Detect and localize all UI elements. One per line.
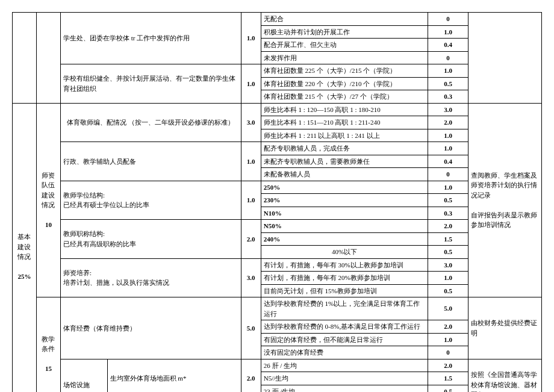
row: 学生处、团委在学校体 tr 工作中发挥的作用 1.0 无配合 0 [13,13,542,26]
score: 3.0 [428,258,468,272]
crit: 230% [261,194,428,207]
score: 1.0 [428,64,468,78]
desc: 学校有组织健全、并按计划开展活动、有一定数量的学生体育社团组织 [60,64,241,104]
crit: 达到学校教育经费的 0-8%,基本满足日常体育工作运行 [261,320,428,334]
desc: 行政、教学辅助人员配备 [60,142,241,181]
note: 查阅教师、学生档案及师资培养计划的执行情况记录 自评报告列表显示教师参加培训情况 [468,103,541,297]
sub-name: 师资队伍建设情况 [42,172,55,209]
crit: 23 面 /生均 [261,385,428,392]
pts: 1.0 [241,13,261,64]
score: 0 [428,168,468,181]
crit: 达到学校教育经费的 1%以上，完全满足日常体育工作运行 [261,297,428,320]
pts: 3.0 [241,103,261,142]
score: 3.0 [428,103,468,116]
score: 0.5 [428,77,468,90]
sub-teacher: 师资队伍建设情况 10 [36,103,60,297]
crit: 配齐专职教辅人员，完成任务 [261,142,428,155]
score: 0 [428,13,468,26]
crit: 250% [261,181,428,194]
note: 按照《全国普通高等学校体育场馆设施、器材配备 [468,359,541,392]
score: 0.5 [428,385,468,392]
score: 1.0 [428,129,468,142]
crit: 26 肝 / 生均 [261,359,428,372]
crit: 未配齐专职教辅人员，需要教师兼任 [261,155,428,168]
desc: 体育敬师编、配情况 （按一、二年级开设必修课的标准） [60,103,241,142]
cat-pct: 25% [17,273,31,280]
crit: 师生比本科 1 : 151—210 高职 1 : 211-240 [261,116,428,129]
desc: 场馆设施 [60,359,107,392]
score: 1.5 [428,232,468,246]
evaluation-table: 学生处、团委在学校体 tr 工作中发挥的作用 1.0 无配合 0 积极主动并有计… [12,12,542,392]
desc: 师资培养: 培养计划、措施，以及执行落实情况 [60,258,241,297]
desc: 教师职称结构: 已经具有高级职称的比率 [60,220,241,259]
score: 0.5 [428,194,468,207]
pts: 1.0 [241,64,261,104]
pts: 1.0 [241,142,261,181]
pts: 5.0 [241,297,261,359]
score: 2.0 [428,116,468,129]
sub-desc: 生均室外体育场地面积 m* [107,359,241,392]
crit: 师生比本科 1 : 211 以上高职 1 : 241 以上 [261,129,428,142]
crit: 目前尚无计划，但有 15%教师参加培训 [261,284,428,297]
crit: 配合开展工作、但欠主动 [261,39,428,52]
crit: 未发挥作用 [261,51,428,64]
score: 1.0 [428,142,468,155]
cat-basic: 基本建设情况 25% [13,103,37,392]
sub-name: 教学条件 [42,335,55,353]
pts: 3.0 [241,258,261,297]
score: 2.0 [428,220,468,233]
sub-teach: 教学条件 15 [36,297,60,393]
score: 1.0 [428,25,468,39]
desc: 教师学位结构: 已经具有硕士学位以上的比率 [60,181,241,220]
crit: 240% [261,232,428,246]
score: 0.3 [428,90,468,104]
cat-label: 基本建设情况 [17,233,31,260]
pts: 2.0 [241,359,261,392]
crit: N5//生均 [261,372,428,385]
crit: 体育社团数量 220 个（大学）/210 个（学院） [261,77,428,90]
crit: N50% [261,220,428,233]
crit: 有计划，有措施，每年有 20%教师参加培训 [261,272,428,285]
crit: 没有固定的体育经费 [261,346,428,359]
score: 1.0 [428,181,468,194]
score: 0.3 [428,207,468,220]
score: 1.0 [428,272,468,285]
desc: 体育经费（体育维持费） [60,297,241,359]
sub0 [36,13,60,104]
crit: 40%以下 [261,246,428,259]
cat0 [13,13,37,104]
score: 0 [428,51,468,64]
pts: 2.0 [241,220,261,259]
score: 1.5 [428,372,468,385]
score: 0.5 [428,284,468,297]
score: 0.4 [428,155,468,168]
score: 5.0 [428,297,468,320]
crit: 有计划，有措施，每年有 30%以上教师参加培训 [261,258,428,272]
score: 2.0 [428,320,468,334]
score: 0 [428,346,468,359]
score: 0.5 [428,246,468,259]
crit: 师生比本科 1 : 120—150 高职 1 : 180-210 [261,103,428,116]
desc: 学生处、团委在学校体 tr 工作中发挥的作用 [60,13,241,64]
note: 由校财务处提供经费证明 [468,297,541,359]
note [468,13,541,104]
crit: 无配合 [261,13,428,26]
crit: 有固定的体育经费，但不能满足日常运行 [261,333,428,346]
score: 1.0 [428,333,468,346]
sub-pts: 10 [45,221,52,228]
crit: N10% [261,207,428,220]
crit: 积极主动并有计划的开展工作 [261,25,428,39]
crit: 未配备教辅人员 [261,168,428,181]
pts: 1.0 [241,181,261,220]
sub-pts: 15 [45,365,52,372]
crit: 体育社团数量 215 个（大学）/27 个（学院） [261,90,428,104]
score: 2.0 [428,359,468,372]
score: 0.4 [428,39,468,52]
crit: 体育社团数量 225 个（大学）/215 个（学院） [261,64,428,78]
